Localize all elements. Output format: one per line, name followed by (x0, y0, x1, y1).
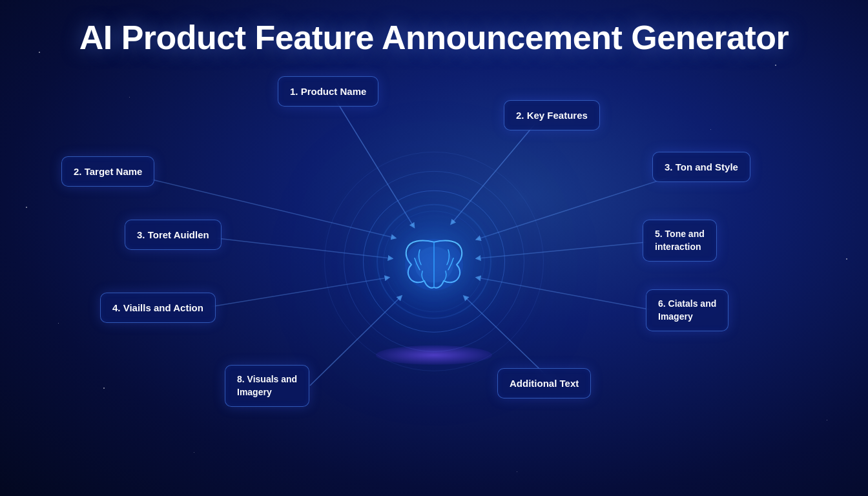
node-toret-auidlen: 3. Toret Auidlen (125, 220, 222, 250)
node-target-name: 2. Target Name (61, 156, 154, 187)
node-tone-interaction: 5. Tone andinteraction (643, 220, 717, 262)
node-chatals: 6. Ciatals andImagery (646, 289, 728, 331)
node-key-features: 2. Key Features (504, 100, 600, 130)
brain-icon (376, 203, 492, 320)
node-product-name: 1. Product Name (278, 76, 378, 107)
node-visuals-imagery: 8. Visuals andImagery (225, 365, 309, 407)
brain-center (350, 178, 518, 346)
svg-point-14 (415, 247, 453, 283)
node-ton-style: 3. Ton and Style (652, 152, 750, 182)
page-title: AI Product Feature Announcement Generato… (79, 18, 789, 57)
node-additional-text: Additional Text (497, 368, 591, 398)
node-viaills-action: 4. Viaills and Action (100, 293, 216, 323)
